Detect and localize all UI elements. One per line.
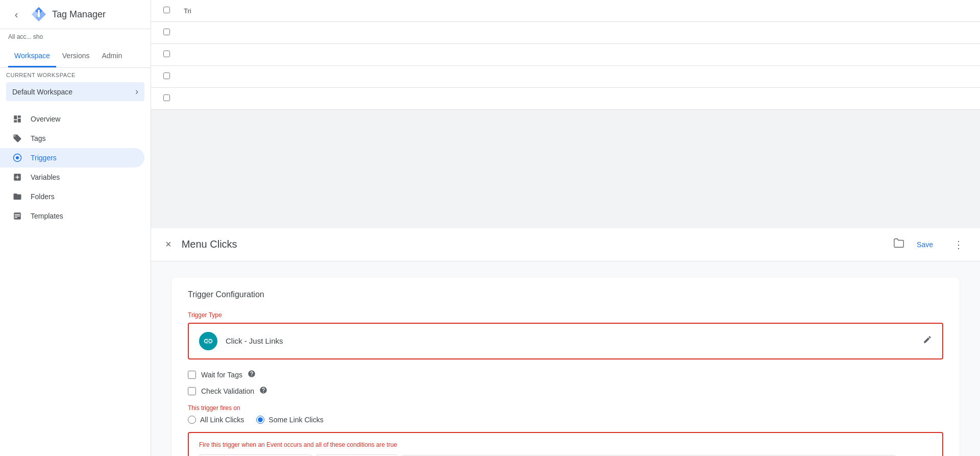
tab-admin[interactable]: Admin (95, 44, 128, 67)
gtm-logo-icon (31, 6, 47, 22)
bg-row-checkbox-3[interactable] (163, 73, 170, 79)
modal-folder-icon (893, 237, 904, 251)
config-card-title: Trigger Configuration (188, 290, 943, 299)
sidebar-item-overview[interactable]: Overview (0, 109, 144, 129)
app-name: Tag Manager (52, 9, 106, 20)
modal-body: Trigger Configuration Trigger Type Click… (151, 261, 980, 457)
bg-list-row-2 (151, 44, 980, 66)
modal-header: × Menu Clicks Save ⋮ (151, 228, 980, 261)
more-options-button[interactable]: ⋮ (949, 236, 968, 253)
triggers-icon (12, 153, 22, 162)
fires-on-label: This trigger fires on (188, 404, 943, 412)
bg-list-row-4 (151, 88, 980, 110)
overview-icon (12, 114, 22, 124)
modal-panel: × Menu Clicks Save ⋮ Trigger Configurati… (151, 228, 980, 457)
modal-close-button[interactable]: × (163, 236, 174, 252)
save-button[interactable]: Save (904, 236, 945, 253)
wait-for-tags-row: Wait for Tags (188, 370, 943, 380)
workspace-section-label: CURRENT WORKSPACE (0, 70, 151, 78)
wait-for-tags-label: Wait for Tags (201, 371, 242, 379)
workspace-selector[interactable]: Default Workspace › (6, 82, 144, 101)
sidebar-item-folders[interactable]: Folders (0, 187, 144, 206)
bg-select-all[interactable] (163, 7, 170, 13)
bg-list-row-3 (151, 66, 980, 88)
svg-point-1 (38, 10, 40, 12)
check-validation-help-icon[interactable] (259, 386, 267, 396)
edit-trigger-type-icon[interactable] (923, 335, 932, 347)
folders-icon (12, 192, 22, 201)
radio-some-link-clicks[interactable]: Some Link Clicks (256, 416, 323, 424)
tab-workspace[interactable]: Workspace (8, 44, 56, 67)
wait-for-tags-help-icon[interactable] (248, 370, 256, 380)
main-area: Tri × Menu Clicks Save ⋮ (151, 0, 980, 456)
workspace-name: Default Workspace (12, 88, 72, 96)
radio-fires-on-row: All Link Clicks Some Link Clicks (188, 416, 943, 424)
bg-list: Tri (151, 0, 980, 228)
trigger-icon-circle (199, 332, 217, 350)
variables-icon (12, 173, 22, 182)
sidebar-item-tags[interactable]: Tags (0, 129, 144, 148)
trigger-type-name: Click - Just Links (226, 337, 283, 345)
sidebar-item-folders-label: Folders (31, 193, 55, 201)
trigger-type-inner: Click - Just Links (199, 332, 283, 350)
sidebar-item-triggers[interactable]: Triggers (0, 148, 144, 167)
modal-title: Menu Clicks (182, 238, 889, 250)
sidebar-item-templates[interactable]: Templates (0, 206, 144, 226)
conditions-label: Fire this trigger when an Event occurs a… (199, 441, 932, 448)
svg-point-3 (16, 156, 19, 159)
radio-some-input[interactable] (256, 416, 264, 424)
nav-items: Overview Tags Triggers Variables Folders (0, 105, 151, 456)
templates-icon (12, 211, 22, 221)
sidebar-item-variables[interactable]: Variables (0, 167, 144, 187)
sidebar-item-triggers-label: Triggers (31, 154, 57, 162)
back-button[interactable]: ‹ (8, 6, 24, 22)
bg-header-checkbox (163, 6, 184, 15)
wait-for-tags-checkbox[interactable] (188, 371, 196, 379)
check-validation-label: Check Validation (201, 387, 254, 395)
tab-versions[interactable]: Versions (56, 44, 96, 67)
trigger-config-card: Trigger Configuration Trigger Type Click… (172, 278, 960, 457)
bg-row-checkbox-2[interactable] (163, 51, 170, 57)
bg-header-row: Tri (151, 0, 980, 22)
tags-icon (12, 134, 22, 143)
trigger-type-label: Trigger Type (188, 311, 943, 319)
account-label: All acc... (8, 33, 31, 40)
sidebar-header: ‹ Tag Manager (0, 0, 151, 29)
radio-all-input[interactable] (188, 416, 196, 424)
modal-actions: Save ⋮ (904, 236, 968, 253)
bg-row-checkbox-1[interactable] (163, 29, 170, 35)
svg-rect-0 (38, 11, 40, 17)
account-short: sho (33, 33, 43, 40)
top-nav: Workspace Versions Admin (0, 44, 151, 68)
sidebar-item-tags-label: Tags (31, 134, 46, 142)
check-validation-checkbox[interactable] (188, 387, 196, 395)
radio-some-label: Some Link Clicks (268, 416, 323, 424)
workspace-arrow-icon: › (135, 86, 138, 97)
trigger-type-box[interactable]: Click - Just Links (188, 323, 943, 359)
sidebar: ‹ Tag Manager All acc... sho Workspace V… (0, 0, 151, 456)
bg-col-trigger-header: Tri (184, 7, 191, 15)
account-info: All acc... sho (0, 29, 151, 44)
sidebar-item-overview-label: Overview (31, 115, 60, 123)
radio-all-link-clicks[interactable]: All Link Clicks (188, 416, 244, 424)
bg-row-checkbox-4[interactable] (163, 94, 170, 101)
logo-area: Tag Manager (31, 6, 106, 22)
condition-row-1: Get anchor parent LI tag class containse… (199, 454, 932, 457)
condition-operator-select[interactable]: containsequalsstarts withends withmatche… (316, 454, 398, 457)
condition-variable-select[interactable]: Get anchor parent LI tag class (199, 454, 312, 457)
radio-all-label: All Link Clicks (200, 416, 244, 424)
conditions-box: Fire this trigger when an Event occurs a… (188, 432, 943, 457)
bg-list-row-1 (151, 22, 980, 44)
sidebar-item-templates-label: Templates (31, 212, 63, 220)
sidebar-item-variables-label: Variables (31, 173, 60, 181)
check-validation-row: Check Validation (188, 386, 943, 396)
